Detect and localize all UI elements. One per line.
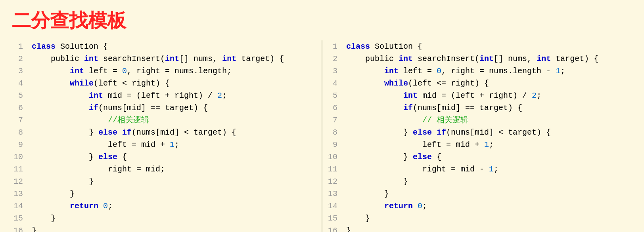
line-number: 2 [12,53,30,65]
line-number: 9 [326,139,345,151]
line-code: public int searchInsert(int[] nums, int … [345,53,632,65]
line-number: 16 [12,224,30,232]
line-number: 14 [12,200,30,212]
table-row: 13 } [326,188,632,200]
line-number: 4 [326,77,345,89]
line-code: int left = 0, right = nums.length; [30,65,318,77]
table-row: 4 while(left <= right) { [326,77,632,89]
line-code: } [345,212,632,224]
table-row: 3 int left = 0, right = nums.length - 1; [326,65,632,77]
line-code: } [345,224,632,232]
line-code: } else if(nums[mid] < target) { [30,126,318,139]
line-number: 15 [12,212,30,224]
table-row: 14 return 0; [326,200,632,212]
line-code: int left = 0, right = nums.length - 1; [345,65,632,77]
line-number: 16 [326,224,345,232]
line-number: 14 [326,200,345,212]
line-code: left = mid + 1; [345,139,632,151]
line-code: return 0; [345,200,632,212]
line-number: 5 [326,89,345,102]
table-row: 2 public int searchInsert(int[] nums, in… [326,53,632,65]
table-row: 6 if(nums[mid] == target) { [326,102,632,114]
line-number: 11 [12,163,30,175]
line-number: 5 [12,89,30,102]
line-code: int mid = (left + right) / 2; [345,89,632,102]
table-row: 9 left = mid + 1; [12,139,318,151]
table-row: 5 int mid = (left + right) / 2; [12,89,318,102]
panel-divider [322,40,322,232]
line-number: 8 [12,126,30,139]
line-code: if(nums[mid] == target) { [30,102,318,114]
line-number: 7 [12,114,30,126]
line-code: int mid = (left + right) / 2; [30,89,318,102]
line-number: 6 [12,102,30,114]
line-number: 15 [326,212,345,224]
line-number: 8 [326,126,345,139]
page-title: 二分查找模板 [12,8,632,33]
table-row: 15 } [326,212,632,224]
table-row: 9 left = mid + 1; [326,139,632,151]
table-row: 13 } [12,188,318,200]
line-code: } [30,224,318,232]
line-code: } [30,212,318,224]
line-code: if(nums[mid] == target) { [345,102,632,114]
line-code: } [345,188,632,200]
table-row: 16} [12,224,318,232]
table-row: 12 } [326,175,632,188]
line-number: 3 [326,65,345,77]
line-code: left = mid + 1; [30,139,318,151]
line-number: 11 [326,163,345,175]
table-row: 11 right = mid; [12,163,318,175]
line-number: 3 [12,65,30,77]
line-number: 12 [326,175,345,188]
line-code: } [30,188,318,200]
line-code: //相关逻辑 [30,114,318,126]
line-number: 13 [12,188,30,200]
line-code: public int searchInsert(int[] nums, int … [30,53,318,65]
line-code: class Solution { [30,40,318,53]
table-row: 4 while(left < right) { [12,77,318,89]
line-code: } [30,175,318,188]
table-row: 7 // 相关逻辑 [326,114,632,126]
line-code: right = mid; [30,163,318,175]
line-code: while(left < right) { [30,77,318,89]
table-row: 3 int left = 0, right = nums.length; [12,65,318,77]
line-number: 9 [12,139,30,151]
line-number: 1 [326,40,345,53]
table-row: 2 public int searchInsert(int[] nums, in… [12,53,318,65]
line-number: 2 [326,53,345,65]
line-number: 10 [12,151,30,163]
line-code: while(left <= right) { [345,77,632,89]
line-code: } else if(nums[mid] < target) { [345,126,632,139]
line-code: } [345,175,632,188]
right-code-panel: 1class Solution {2 public int searchInse… [326,40,632,232]
table-row: 5 int mid = (left + right) / 2; [326,89,632,102]
table-row: 12 } [12,175,318,188]
line-code: right = mid - 1; [345,163,632,175]
table-row: 16} [326,224,632,232]
line-number: 6 [326,102,345,114]
table-row: 14 return 0; [12,200,318,212]
table-row: 10 } else { [326,151,632,163]
line-code: class Solution { [345,40,632,53]
table-row: 6 if(nums[mid] == target) { [12,102,318,114]
line-number: 7 [326,114,345,126]
line-code: return 0; [30,200,318,212]
line-code: } else { [30,151,318,163]
table-row: 8 } else if(nums[mid] < target) { [12,126,318,139]
table-row: 7 //相关逻辑 [12,114,318,126]
table-row: 10 } else { [12,151,318,163]
line-number: 13 [326,188,345,200]
table-row: 15 } [12,212,318,224]
line-number: 12 [12,175,30,188]
table-row: 8 } else if(nums[mid] < target) { [326,126,632,139]
table-row: 1class Solution { [326,40,632,53]
line-number: 4 [12,77,30,89]
line-code: // 相关逻辑 [345,114,632,126]
table-row: 11 right = mid - 1; [326,163,632,175]
line-code: } else { [345,151,632,163]
table-row: 1class Solution { [12,40,318,53]
line-number: 10 [326,151,345,163]
left-code-panel: 1class Solution {2 public int searchInse… [12,40,318,232]
line-number: 1 [12,40,30,53]
